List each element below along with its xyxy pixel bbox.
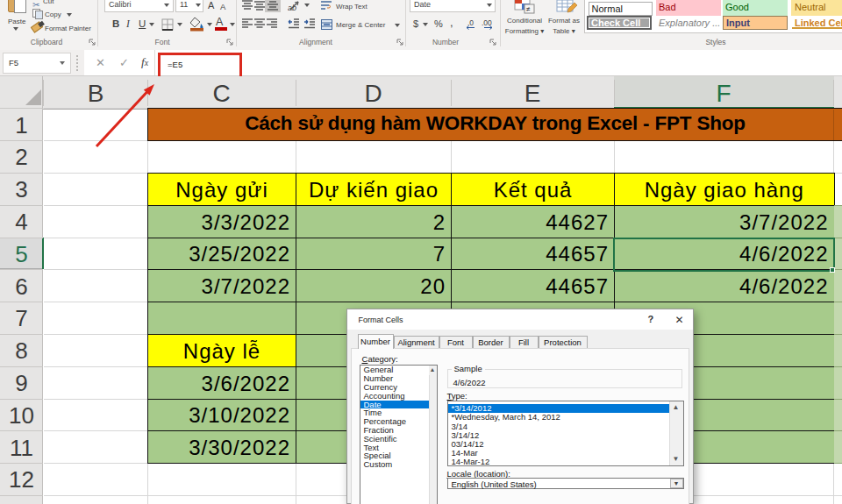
svg-text:≠: ≠ — [526, 5, 531, 13]
svg-text:ab: ab — [288, 4, 296, 11]
